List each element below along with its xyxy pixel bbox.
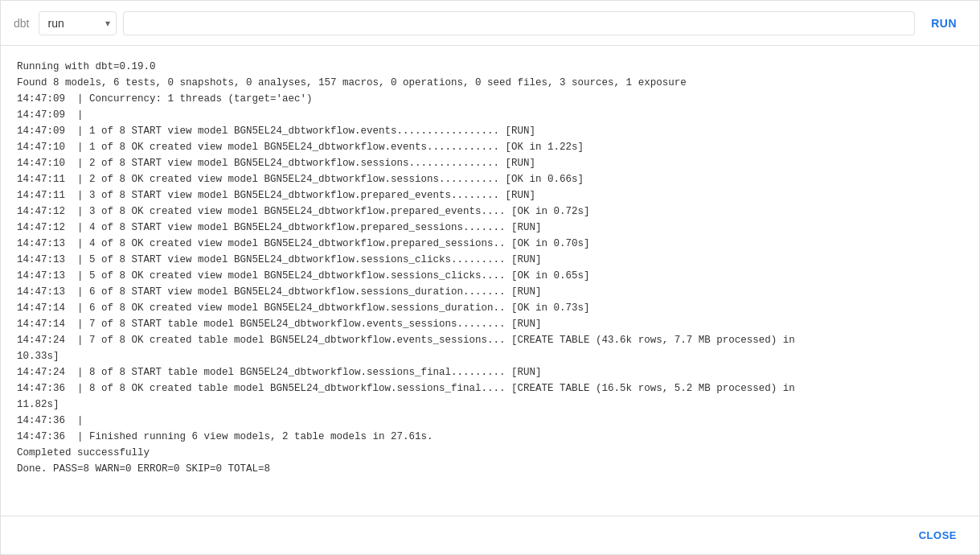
output-container: Running with dbt=0.19.0 Found 8 models, … [1, 46, 979, 516]
dbt-label: dbt [14, 17, 29, 30]
command-select-wrapper: run test build compile seed snapshot ▾ [39, 11, 117, 35]
command-select[interactable]: run test build compile seed snapshot [39, 11, 117, 35]
run-button[interactable]: RUN [921, 12, 966, 35]
output-text: Running with dbt=0.19.0 Found 8 models, … [17, 59, 963, 477]
footer: CLOSE [1, 516, 979, 554]
main-container: dbt run test build compile seed snapshot… [0, 0, 980, 555]
command-input[interactable] [123, 11, 915, 35]
toolbar: dbt run test build compile seed snapshot… [1, 1, 979, 46]
close-button[interactable]: CLOSE [912, 526, 963, 545]
